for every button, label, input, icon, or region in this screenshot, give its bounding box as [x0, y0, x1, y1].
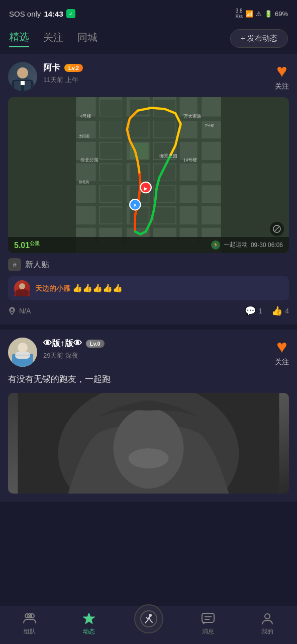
tab-following[interactable]: 关注	[43, 31, 63, 46]
status-left: SOS only 14:43 ✓	[9, 9, 75, 18]
user-info: 👁版↑版👁 Lv.0 29天前 深夜	[37, 338, 275, 360]
svg-rect-3	[14, 81, 21, 91]
tab-label-feed: 动态	[83, 627, 95, 636]
svg-rect-19	[130, 100, 148, 115]
comment-action[interactable]: 💬 1	[245, 305, 262, 316]
svg-rect-5	[21, 81, 25, 85]
svg-rect-54	[16, 290, 28, 296]
username: 👁版↑版👁	[43, 338, 82, 349]
level-badge: Lv.0	[86, 340, 105, 348]
svg-point-53	[19, 283, 25, 289]
tag-row: # 新人贴	[8, 258, 289, 271]
svg-rect-33	[100, 207, 122, 223]
post-header: 👁版↑版👁 Lv.0 29天前 深夜 ♥ 关注	[8, 338, 289, 367]
post-time: 11天前 上午	[43, 75, 269, 85]
hashtag-icon: #	[8, 258, 21, 271]
location-icon	[8, 307, 16, 315]
post-text: 有没有无锡的跑友，一起跑	[8, 373, 289, 386]
battery-percent: 69%	[275, 10, 288, 18]
feed-container: 阿卡 Lv.2 11天前 上午 ♥ 关注	[0, 54, 297, 552]
svg-rect-24	[100, 143, 122, 159]
svg-text:御景庄园: 御景庄园	[159, 153, 177, 158]
svg-rect-23	[154, 121, 175, 137]
profile-icon	[260, 611, 274, 625]
tab-label-mine: 我的	[261, 627, 273, 636]
comment-preview[interactable]: 天边的小雁 👍👍👍👍👍	[8, 276, 289, 300]
svg-rect-35	[154, 207, 175, 223]
comment-body: 天边的小雁 👍👍👍👍👍	[35, 283, 123, 293]
message-icon	[201, 611, 215, 625]
team-icon	[23, 611, 37, 625]
wechat-icon: ✓	[66, 9, 75, 18]
svg-text:▶: ▶	[144, 186, 148, 191]
svg-point-74	[265, 614, 270, 619]
post-header: 阿卡 Lv.2 11天前 上午 ♥ 关注	[8, 62, 289, 91]
location-info: N/A	[8, 307, 31, 315]
heart-icon: ♥	[276, 62, 287, 80]
tab-item-feed[interactable]: 动态	[59, 611, 119, 636]
svg-rect-18	[100, 100, 122, 116]
svg-rect-4	[24, 81, 31, 91]
tab-item-message[interactable]: 消息	[178, 611, 238, 636]
tab-nearby[interactable]: 同城	[77, 31, 97, 46]
status-bar: SOS only 14:43 ✓ 3.8 K/s 📶 ⚠ 🔋 69%	[0, 0, 297, 25]
comment-username: 天边的小雁	[35, 284, 70, 292]
hide-map-icon[interactable]	[270, 222, 284, 236]
heart-icon: ♥	[276, 338, 287, 356]
post-image-canvas	[8, 393, 289, 494]
post-card: 👁版↑版👁 Lv.0 29天前 深夜 ♥ 关注 有没有无锡的跑友，一起跑	[0, 330, 297, 502]
like-action[interactable]: 👍 4	[271, 305, 289, 316]
network-speed: 3.8 K/s	[236, 8, 243, 19]
comment-avatar	[14, 280, 30, 296]
username: 阿卡	[43, 62, 60, 73]
avatar[interactable]	[8, 338, 37, 367]
feed-star-icon	[82, 611, 96, 625]
like-count: 4	[285, 307, 289, 315]
svg-text:🏃: 🏃	[213, 242, 219, 249]
tab-featured[interactable]: 精选	[9, 30, 29, 47]
comment-count: 1	[258, 307, 262, 315]
run-icon	[140, 610, 157, 627]
map-app-info: 🏃 一起运动 09-30 06:06	[211, 240, 283, 250]
tab-item-mine[interactable]: 我的	[238, 611, 297, 636]
sos-text: SOS only	[9, 10, 41, 18]
post-card: 阿卡 Lv.2 11天前 上午 ♥ 关注	[0, 54, 297, 325]
svg-text:4号楼: 4号楼	[80, 114, 92, 119]
user-name-row: 阿卡 Lv.2	[43, 62, 269, 73]
follow-button[interactable]: ♥ 关注	[275, 62, 289, 91]
publish-button[interactable]: + 发布动态	[230, 29, 288, 48]
svg-text:徐北街: 徐北街	[79, 180, 89, 184]
svg-rect-21	[100, 121, 122, 137]
tag-text: 新人贴	[25, 260, 49, 270]
tab-center	[119, 614, 178, 633]
svg-text:万太家装: 万太家装	[183, 114, 202, 119]
footer-actions: 💬 1 👍 4	[245, 305, 289, 316]
location-text: N/A	[19, 307, 31, 315]
tab-bar: 组队 动态 消息	[0, 606, 297, 644]
post-footer: N/A 💬 1 👍 4	[8, 305, 289, 316]
comment-emoji: 👍👍👍👍👍	[72, 284, 123, 292]
follow-label: 关注	[275, 358, 289, 367]
run-center-button[interactable]	[134, 604, 163, 633]
comment-icon: 💬	[245, 305, 256, 316]
follow-button[interactable]: ♥ 关注	[275, 338, 289, 367]
avatar[interactable]	[8, 62, 37, 91]
svg-text:7号楼: 7号楼	[205, 123, 214, 128]
status-time: 14:43	[44, 10, 63, 18]
svg-rect-71	[202, 613, 214, 622]
svg-text:B: B	[134, 203, 137, 208]
svg-rect-27	[100, 165, 122, 181]
tab-spacer	[0, 507, 297, 552]
battery-icon: 🔋	[264, 10, 272, 18]
map-distance: 5.01公里	[14, 240, 40, 250]
svg-rect-30	[100, 186, 122, 202]
post-image[interactable]	[8, 393, 289, 494]
svg-point-57	[18, 343, 28, 353]
tab-item-team[interactable]: 组队	[0, 611, 59, 636]
nav-tabs: 精选 关注 同城 + 发布动态	[0, 25, 297, 54]
svg-text:14号楼: 14号楼	[183, 157, 197, 163]
map-bottom-bar: 5.01公里 🏃 一起运动 09-30 06:06	[8, 237, 289, 253]
user-name-row: 👁版↑版👁 Lv.0	[43, 338, 269, 349]
like-icon: 👍	[271, 305, 282, 316]
map-image[interactable]: B ▶ 4号楼 徐北公寓 御景庄园 万太家装 14号楼 7号楼 太阳圆 徐北街	[8, 97, 289, 253]
